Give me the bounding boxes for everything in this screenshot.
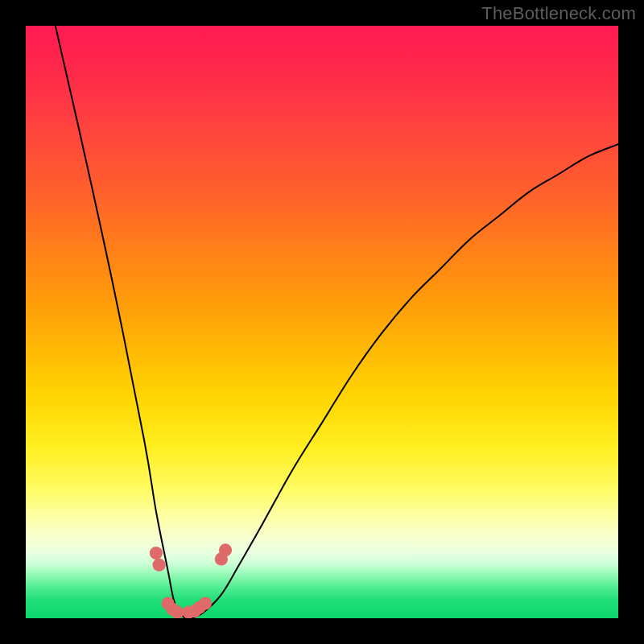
curve-path	[56, 26, 618, 618]
data-marker	[153, 559, 166, 572]
watermark-text: TheBottleneck.com	[481, 3, 636, 24]
bottleneck-curve	[26, 26, 618, 618]
data-marker	[150, 547, 163, 559]
data-marker	[171, 606, 184, 618]
chart-frame: TheBottleneck.com	[0, 0, 644, 644]
data-marker	[199, 597, 212, 610]
data-marker	[219, 543, 232, 556]
plot-area	[26, 26, 618, 618]
